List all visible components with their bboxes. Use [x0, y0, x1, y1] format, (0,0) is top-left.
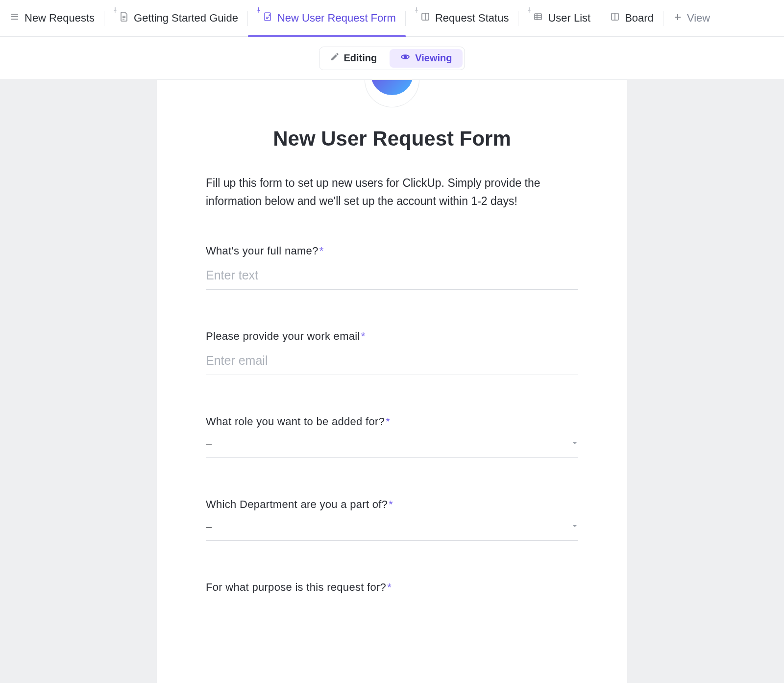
pencil-icon [330, 52, 339, 64]
svg-point-24 [404, 56, 407, 58]
role-select[interactable]: – [206, 428, 578, 458]
tab-new-user-request-form[interactable]: New User Request Form [248, 0, 406, 37]
tab-getting-started[interactable]: Getting Started Guide [104, 0, 248, 37]
required-mark: * [386, 415, 390, 428]
form-avatar [206, 80, 578, 107]
eye-icon [400, 52, 410, 64]
svg-rect-15 [529, 11, 530, 13]
caret-down-icon [571, 440, 578, 449]
form-title: New User Request Form [206, 127, 578, 151]
tab-add-view[interactable]: View [663, 0, 720, 37]
required-mark: * [389, 498, 393, 510]
board-icon [610, 12, 620, 25]
tab-label: Request Status [435, 12, 509, 25]
viewing-button[interactable]: Viewing [390, 49, 463, 68]
tab-label: View [687, 12, 710, 25]
table-icon [533, 12, 543, 25]
editing-button[interactable]: Editing [319, 47, 388, 70]
tab-request-status[interactable]: Request Status [406, 0, 518, 37]
form-canvas: New User Request Form Fill up this form … [0, 80, 784, 683]
svg-rect-12 [416, 11, 416, 13]
tab-label: New User Request Form [277, 12, 396, 25]
caret-down-icon [571, 523, 578, 531]
plus-icon [673, 12, 682, 25]
mode-label: Editing [344, 52, 377, 64]
document-icon [119, 11, 129, 25]
active-underline [248, 35, 406, 37]
field-work-email: Please provide your work email* [206, 330, 578, 375]
tab-label: New Requests [24, 12, 95, 25]
full-name-input[interactable] [206, 257, 578, 290]
field-label: For what purpose is this request for?* [206, 581, 578, 594]
select-value: – [206, 521, 212, 533]
required-mark: * [387, 581, 392, 593]
list-icon [10, 12, 20, 25]
field-role: What role you want to be added for?* – [206, 415, 578, 458]
field-label: Please provide your work email* [206, 330, 578, 343]
field-label: What's your full name?* [206, 245, 578, 257]
tab-new-requests[interactable]: New Requests [0, 0, 104, 37]
field-label: What role you want to be added for?* [206, 415, 578, 428]
svg-rect-16 [535, 14, 541, 20]
svg-rect-7 [258, 11, 259, 13]
select-value: – [206, 438, 212, 451]
field-label: Which Department are you a part of?* [206, 498, 578, 511]
board-icon [420, 12, 430, 25]
svg-rect-3 [115, 11, 115, 13]
work-email-input[interactable] [206, 343, 578, 375]
tab-label: Board [625, 12, 654, 25]
view-tabs: New Requests Getting Started Guide New U… [0, 0, 784, 37]
mode-bar: Editing Viewing [0, 37, 784, 80]
field-purpose: For what purpose is this request for?* [206, 581, 578, 594]
svg-point-9 [269, 15, 270, 16]
mode-segmented-control: Editing Viewing [319, 47, 466, 70]
field-full-name: What's your full name?* [206, 245, 578, 290]
tab-user-list[interactable]: User List [518, 0, 600, 37]
required-mark: * [361, 330, 366, 342]
required-mark: * [319, 245, 324, 257]
department-select[interactable]: – [206, 511, 578, 541]
form-card: New User Request Form Fill up this form … [157, 80, 627, 683]
tab-board[interactable]: Board [600, 0, 663, 37]
svg-rect-8 [265, 13, 270, 21]
form-icon [263, 11, 272, 25]
form-description: Fill up this form to set up new users fo… [206, 174, 578, 210]
field-department: Which Department are you a part of?* – [206, 498, 578, 541]
tab-label: Getting Started Guide [134, 12, 238, 25]
mode-label: Viewing [415, 52, 452, 64]
tab-label: User List [548, 12, 590, 25]
